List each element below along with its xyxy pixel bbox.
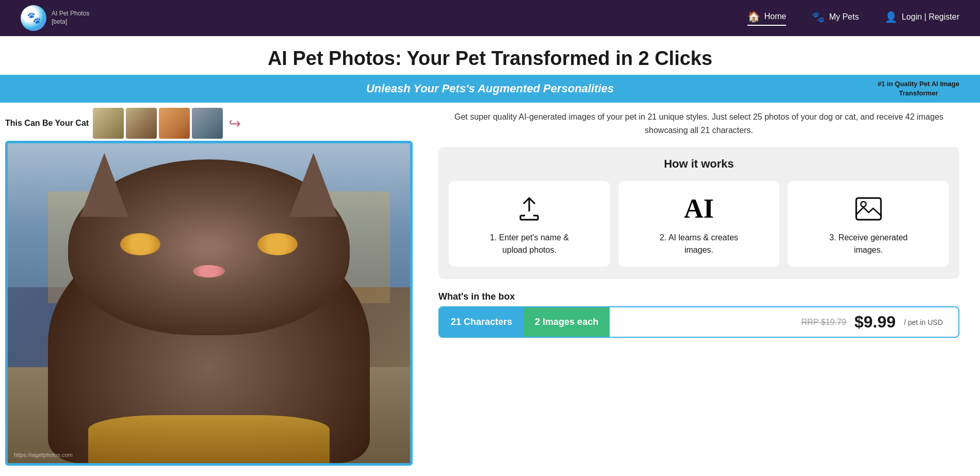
nav-home[interactable]: 🏠 Home: [747, 10, 787, 26]
pet-thumbnails: [93, 108, 223, 139]
logo-text: AI Pet Photos [beta]: [52, 10, 89, 26]
description-text: Get super quality AI-generated images of…: [438, 110, 959, 137]
banner-badge: #1 in Quality Pet AI Image Transformer: [878, 79, 959, 98]
pet-thumb-1: [93, 108, 124, 139]
wib-tag-characters: 21 Characters: [439, 307, 524, 337]
logo-paw: 🐾: [27, 11, 41, 25]
how-it-works-title: How it works: [449, 157, 949, 171]
hero-image-container: https://aigetphotos.com: [5, 141, 413, 466]
logo-icon: 🐾: [21, 5, 46, 31]
promo-banner: Unleash Your Pets's Augmented Personalit…: [0, 75, 980, 103]
badge-line1: #1 in Quality Pet AI Image: [878, 80, 959, 88]
left-panel: This Can Be Your Cat ↩: [0, 103, 418, 466]
nav-my-pets[interactable]: 🐾 My Pets: [812, 11, 859, 25]
step-2-card: AI 2. AI learns & creates images.: [618, 181, 780, 267]
image-icon: [855, 193, 882, 224]
whats-in-box-label: What's in the box: [438, 291, 959, 302]
this-can-be-row: This Can Be Your Cat ↩: [0, 103, 418, 141]
pet-thumb-2: [126, 108, 157, 139]
badge-line2: Transformer: [899, 89, 938, 97]
url-watermark: https://aigetphotos.com: [14, 452, 73, 458]
logo-area: 🐾 AI Pet Photos [beta]: [21, 5, 89, 31]
logo-name: AI Pet Photos: [52, 10, 89, 18]
nav-my-pets-label: My Pets: [829, 12, 859, 22]
arrow-curve-icon: ↩: [229, 115, 241, 132]
svg-rect-6: [856, 198, 881, 220]
this-can-label: This Can Be Your Cat: [5, 119, 89, 128]
banner-text: Unleash Your Pets's Augmented Personalit…: [21, 82, 959, 95]
user-icon: 👤: [885, 11, 897, 23]
step-3-card: 3. Receive generated images.: [788, 181, 949, 267]
wib-rrp: RRP $19.79: [802, 318, 846, 327]
home-icon: 🏠: [747, 10, 760, 23]
main-nav: 🏠 Home 🐾 My Pets 👤 Login | Register: [747, 10, 959, 26]
steps-row: 1. Enter pet's name & upload photos. AI …: [449, 181, 949, 267]
pets-icon: 🐾: [812, 11, 825, 23]
step-2-label: 2. AI learns & creates images.: [660, 232, 738, 256]
step-1-label: 1. Enter pet's name & upload photos.: [490, 232, 569, 256]
nav-login-register[interactable]: 👤 Login | Register: [885, 11, 959, 25]
step-1-card: 1. Enter pet's name & upload photos.: [449, 181, 610, 267]
ai-text-icon: AI: [684, 195, 714, 222]
nav-home-label: Home: [764, 12, 787, 21]
page-title: AI Pet Photos: Your Pet Transformed in 2…: [0, 47, 980, 70]
page-title-bar: AI Pet Photos: Your Pet Transformed in 2…: [0, 36, 980, 75]
pet-thumb-4: [192, 108, 223, 139]
nav-login-label: Login | Register: [902, 12, 959, 22]
wib-price: $9.99: [854, 313, 895, 332]
wib-per-label: / pet in USD: [904, 318, 943, 326]
svg-point-7: [861, 202, 866, 207]
pet-thumb-3: [159, 108, 190, 139]
header: 🐾 AI Pet Photos [beta] 🏠 Home 🐾 My Pets …: [0, 0, 980, 36]
main-content: This Can Be Your Cat ↩: [0, 103, 980, 466]
right-panel: Get super quality AI-generated images of…: [418, 103, 980, 466]
step-3-label: 3. Receive generated images.: [829, 232, 908, 256]
wib-price-area: RRP $19.79 $9.99 / pet in USD: [610, 313, 958, 332]
whats-in-box-container: 21 Characters 2 Images each RRP $19.79 $…: [438, 306, 959, 338]
wib-tag-images: 2 Images each: [524, 307, 610, 337]
ai-icon: AI: [684, 193, 714, 224]
logo-beta: [beta]: [52, 18, 89, 26]
how-it-works-section: How it works: [438, 147, 959, 279]
upload-icon: [516, 193, 542, 224]
